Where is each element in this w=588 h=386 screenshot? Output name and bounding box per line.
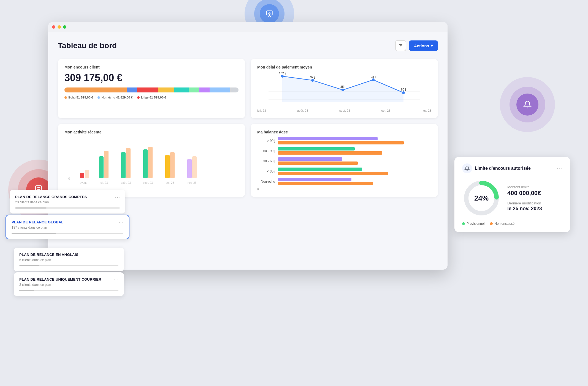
bell-icon bbox=[516, 94, 538, 116]
balance-row-30-60: 30 - 60 j bbox=[257, 157, 431, 165]
plan-card-subtitle-anglais: 6 clients dans ce plan bbox=[19, 258, 118, 262]
svg-rect-36 bbox=[192, 156, 197, 178]
balance-chart: > 90 j 60 - 90 j 30 bbox=[257, 137, 431, 191]
svg-point-10 bbox=[311, 79, 314, 82]
svg-rect-26 bbox=[121, 152, 126, 178]
presentation-icon bbox=[260, 4, 279, 23]
svg-point-13 bbox=[402, 91, 405, 94]
dot-red bbox=[52, 25, 55, 29]
svg-rect-23 bbox=[99, 156, 104, 178]
date-label: Dernière modification bbox=[507, 201, 562, 205]
limit-card-body: 24% Montant limite 400 000,00€ Dernière … bbox=[462, 179, 562, 217]
svg-point-9 bbox=[281, 75, 284, 78]
filter-button[interactable] bbox=[395, 40, 406, 51]
svg-rect-33 bbox=[170, 152, 175, 178]
balance-card: Ma balance âgée > 90 j 60 - 90 j bbox=[251, 124, 438, 197]
svg-text:juil. 23: juil. 23 bbox=[100, 181, 108, 184]
plan-card-subtitle-grands-comptes: 23 clients dans ce plan bbox=[15, 200, 120, 204]
plan-card-subtitle-courrier: 3 clients dans ce plan bbox=[19, 283, 118, 287]
activite-card: Mon activité récente 0 avant juil. 23 bbox=[58, 124, 245, 197]
svg-text:85 j: 85 j bbox=[340, 85, 345, 88]
svg-text:nov. 23: nov. 23 bbox=[188, 181, 196, 184]
plan-card-title-courrier: PLAN DE RELANCE UNIQUEMENT COURRIER bbox=[19, 277, 118, 281]
balance-row-90plus: > 90 j bbox=[257, 137, 431, 144]
dot-green bbox=[63, 25, 66, 29]
plan-card-global[interactable]: PLAN DE RELANCE GLOBAL 187 clients dans … bbox=[6, 215, 129, 239]
balance-zero-label: 0 bbox=[257, 188, 431, 191]
encours-card-title: Mon encours client bbox=[64, 65, 239, 69]
plan-card-menu-global[interactable]: ··· bbox=[119, 220, 124, 225]
encours-legend: Échu 51 529,00 € Non-échu 41 529,00 € Li… bbox=[64, 96, 239, 99]
plan-card-grands-comptes[interactable]: PLAN DE RELANCE GRANDS COMPTES 23 client… bbox=[10, 190, 125, 213]
limit-bell-icon bbox=[462, 163, 472, 173]
legend-item-echu: Échu 51 529,00 € bbox=[64, 96, 93, 99]
header-actions: Actions ▾ bbox=[395, 40, 438, 51]
plan-card-menu-grands-comptes[interactable]: ··· bbox=[115, 195, 120, 200]
svg-text:97 j: 97 j bbox=[310, 75, 315, 79]
limit-card-legend: Prévisionnel Non encaissé bbox=[462, 222, 562, 226]
encours-card: Mon encours client 309 175,00 € bbox=[58, 59, 245, 118]
previsionnel-label: Prévisionnel bbox=[467, 222, 484, 226]
page-title: Tableau de bord bbox=[58, 41, 117, 50]
svg-text:80 j: 80 j bbox=[401, 88, 406, 91]
balance-row-60-90: 60 - 90 j bbox=[257, 147, 431, 155]
actions-button[interactable]: Actions ▾ bbox=[409, 40, 438, 51]
actions-label: Actions bbox=[414, 43, 429, 48]
legend-item-litige: Litige 61 529,00 € bbox=[137, 96, 166, 99]
svg-point-12 bbox=[372, 78, 375, 81]
plan-card-anglais[interactable]: PLAN DE RELANCE EN ANGLAIS 6 clients dan… bbox=[14, 248, 124, 271]
svg-rect-30 bbox=[148, 147, 153, 178]
dot-yellow bbox=[58, 25, 61, 29]
limit-card-header: Limite d'encours autorisée ··· bbox=[462, 163, 562, 173]
svg-point-11 bbox=[342, 89, 344, 91]
delai-chart-labels: juil. 23 août. 23 sept. 23 oct. 23 nov. … bbox=[257, 109, 431, 112]
legend-non-encaisse: Non encaissé bbox=[490, 222, 514, 226]
limit-card-menu[interactable]: ··· bbox=[557, 166, 562, 171]
svg-text:0: 0 bbox=[68, 177, 70, 180]
browser-titlebar bbox=[48, 22, 448, 32]
delai-card: Mon délai de paiement moyen bbox=[251, 59, 438, 118]
legend-previsionnel: Prévisionnel bbox=[462, 222, 484, 226]
svg-text:98 j: 98 j bbox=[371, 75, 376, 78]
svg-text:102 j: 102 j bbox=[279, 72, 286, 75]
page-header: Tableau de bord Actions ▾ bbox=[58, 40, 438, 51]
dashboard-grid: Mon encours client 309 175,00 € bbox=[58, 59, 438, 197]
balance-row-nonechu: Non-échu bbox=[257, 178, 431, 185]
svg-rect-29 bbox=[143, 149, 148, 178]
svg-rect-27 bbox=[126, 148, 131, 178]
activite-chart-svg: 0 avant juil. 23 août. 23 bbox=[64, 137, 239, 187]
delai-chart: 102 j 97 j 85 j 98 j 80 j bbox=[257, 72, 431, 108]
svg-rect-20 bbox=[80, 173, 84, 178]
montant-value: 400 000,00€ bbox=[507, 190, 562, 197]
montant-label: Montant limite bbox=[507, 185, 562, 189]
encours-progress-bar bbox=[64, 87, 239, 92]
svg-rect-21 bbox=[85, 170, 89, 178]
delai-card-title: Mon délai de paiement moyen bbox=[257, 65, 431, 69]
encours-amount: 309 175,00 € bbox=[64, 72, 239, 84]
plan-card-menu-anglais[interactable]: ··· bbox=[114, 253, 119, 258]
plan-card-courrier[interactable]: PLAN DE RELANCE UNIQUEMENT COURRIER 3 cl… bbox=[14, 272, 124, 296]
plan-card-title-global: PLAN DE RELANCE GLOBAL bbox=[12, 220, 123, 224]
svg-rect-35 bbox=[187, 159, 192, 178]
chevron-down-icon: ▾ bbox=[431, 43, 433, 48]
svg-rect-24 bbox=[104, 151, 109, 178]
plan-card-menu-courrier[interactable]: ··· bbox=[114, 277, 119, 282]
limit-card-title: Limite d'encours autorisée bbox=[475, 166, 531, 171]
plan-card-subtitle-global: 187 clients dans ce plan bbox=[12, 226, 123, 229]
legend-item-nonechu: Non-échu 41 529,00 € bbox=[97, 96, 133, 99]
date-value: le 25 nov. 2023 bbox=[507, 206, 562, 212]
limit-info: Montant limite 400 000,00€ Dernière modi… bbox=[507, 185, 562, 212]
limit-card: Limite d'encours autorisée ··· 24% Monta… bbox=[454, 157, 570, 232]
balance-row-30minus: < 30 j bbox=[257, 168, 431, 175]
donut-chart: 24% bbox=[462, 179, 501, 217]
non-encaisse-label: Non encaissé bbox=[494, 222, 514, 226]
donut-percent: 24% bbox=[474, 194, 489, 202]
line-chart-svg: 102 j 97 j 85 j 98 j 80 j bbox=[257, 72, 431, 108]
decorative-circle-purple bbox=[500, 77, 555, 132]
activite-card-title: Mon activité récente bbox=[64, 130, 239, 134]
plan-card-title-grands-comptes: PLAN DE RELANCE GRANDS COMPTES bbox=[15, 195, 120, 199]
svg-text:sept. 23: sept. 23 bbox=[143, 181, 153, 184]
svg-text:août. 23: août. 23 bbox=[121, 181, 131, 184]
svg-text:oct. 23: oct. 23 bbox=[166, 181, 174, 184]
balance-card-title: Ma balance âgée bbox=[257, 130, 431, 134]
